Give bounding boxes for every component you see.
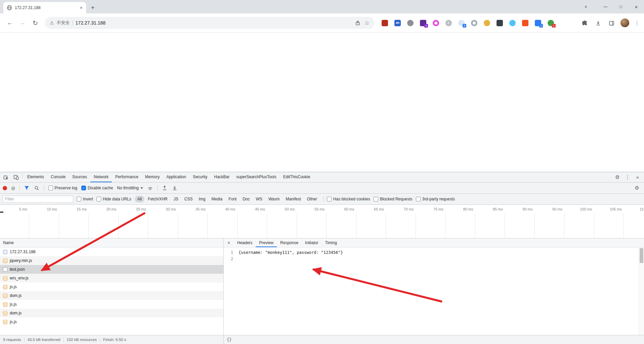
extension-gray-link-icon[interactable] bbox=[470, 18, 478, 27]
disable-cache-toggle[interactable]: ✓ Disable cache bbox=[81, 186, 113, 190]
window-close-button[interactable]: × bbox=[629, 0, 644, 13]
devtools-tab-network[interactable]: Network bbox=[90, 172, 112, 182]
filter-type-fetch-xhr[interactable]: Fetch/XHR bbox=[145, 196, 170, 202]
search-icon[interactable] bbox=[34, 185, 40, 191]
detail-scrollbar[interactable] bbox=[639, 247, 644, 335]
window-maximize-button[interactable]: □ bbox=[613, 0, 629, 13]
request-row[interactable]: dom.js bbox=[0, 309, 223, 317]
extension-dark-hat-icon[interactable] bbox=[495, 18, 504, 27]
downloads-icon[interactable] bbox=[594, 18, 602, 27]
extension-bee-icon[interactable] bbox=[482, 18, 491, 27]
extension-orange-tool-icon[interactable] bbox=[521, 18, 529, 27]
blocked-requests-toggle[interactable]: Blocked Requests bbox=[374, 197, 413, 201]
filter-type-doc[interactable]: Doc bbox=[240, 196, 252, 202]
request-row[interactable]: test.json bbox=[0, 265, 223, 274]
filter-input[interactable] bbox=[3, 196, 73, 203]
back-button[interactable]: ← bbox=[4, 17, 15, 29]
network-settings-gear-icon[interactable]: ⚙ bbox=[633, 184, 641, 192]
profile-avatar[interactable] bbox=[620, 18, 629, 27]
scrollbar-thumb[interactable] bbox=[640, 248, 643, 263]
forward-button[interactable]: → bbox=[17, 17, 28, 29]
bookmark-star-icon[interactable]: ☆ bbox=[364, 20, 370, 27]
devtools-tab-sources[interactable]: Sources bbox=[69, 172, 90, 182]
extension-gray-globe-icon[interactable] bbox=[406, 18, 415, 27]
filter-type-ws[interactable]: WS bbox=[253, 196, 265, 202]
not-secure-warning-icon[interactable]: ⚠ bbox=[50, 20, 54, 26]
devtools-tab-editthiscookie[interactable]: EditThisCookie bbox=[280, 172, 314, 182]
has-blocked-cookies-checkbox[interactable] bbox=[327, 197, 332, 201]
detail-tab-preview[interactable]: Preview bbox=[256, 238, 277, 247]
request-row[interactable]: dom.js bbox=[0, 291, 223, 300]
share-icon[interactable] bbox=[354, 19, 362, 27]
invert-toggle[interactable]: Invert bbox=[77, 197, 93, 201]
detail-tab-timing[interactable]: Timing bbox=[321, 238, 340, 247]
filter-type-font[interactable]: Font bbox=[226, 196, 239, 202]
extension-magenta-ring-icon[interactable] bbox=[431, 18, 440, 27]
browser-tab[interactable]: 172.27.31.188 × bbox=[3, 2, 86, 13]
network-timeline-ruler[interactable]: 5 ms10 ms15 ms20 ms25 ms30 ms35 ms40 ms4… bbox=[0, 205, 644, 238]
request-row[interactable]: 172.27.31.188 bbox=[0, 247, 223, 256]
url-text[interactable]: 172.27.31.188 bbox=[76, 20, 351, 26]
name-column-header[interactable]: Name bbox=[0, 238, 223, 247]
inspect-element-icon[interactable] bbox=[1, 173, 11, 182]
hide-data-urls-toggle[interactable]: Hide data URLs bbox=[96, 197, 131, 201]
devtools-tab-console[interactable]: Console bbox=[47, 172, 69, 182]
window-minimize-button[interactable]: — bbox=[598, 0, 613, 13]
devtools-tab-performance[interactable]: Performance bbox=[112, 172, 142, 182]
devtools-tab-hackbar[interactable]: HackBar bbox=[211, 172, 233, 182]
address-bar[interactable]: ⚠ 不安全 172.27.31.188 ☆ bbox=[45, 17, 374, 29]
detail-tab-response[interactable]: Response bbox=[277, 238, 302, 247]
filter-type-wasm[interactable]: Wasm bbox=[266, 196, 283, 202]
extension-red-tool-icon[interactable] bbox=[380, 18, 389, 27]
detail-tab-initiator[interactable]: Initiator bbox=[302, 238, 321, 247]
filter-funnel-icon[interactable] bbox=[24, 185, 30, 191]
filter-type-other[interactable]: Other bbox=[304, 196, 320, 202]
request-row[interactable]: js.js bbox=[0, 317, 223, 326]
request-row[interactable]: js.js bbox=[0, 300, 223, 309]
devtools-settings-gear-icon[interactable]: ⚙ bbox=[613, 173, 622, 182]
devtools-tab-security[interactable]: Security bbox=[189, 172, 211, 182]
request-row[interactable]: js.js bbox=[0, 282, 223, 291]
extensions-puzzle-icon[interactable] bbox=[580, 18, 589, 27]
throttling-select[interactable]: No throttling bbox=[117, 186, 143, 190]
device-toolbar-icon[interactable] bbox=[11, 173, 21, 182]
extension-jh-icon[interactable]: JH bbox=[393, 18, 402, 27]
code-line[interactable] bbox=[239, 256, 644, 262]
devtools-tab-supersearchplustools[interactable]: superSearchPlusTools bbox=[233, 172, 280, 182]
export-har-icon[interactable] bbox=[172, 185, 178, 191]
extension-colorful-badge-1-icon[interactable]: 1 bbox=[546, 18, 555, 27]
filter-type-manifest[interactable]: Manifest bbox=[283, 196, 303, 202]
network-conditions-icon[interactable] bbox=[147, 185, 153, 191]
tab-search-chevron-icon[interactable]: ∨ bbox=[580, 0, 592, 13]
third-party-requests-checkbox[interactable] bbox=[416, 197, 421, 201]
filter-type-js[interactable]: JS bbox=[171, 196, 181, 202]
code-line[interactable]: {username: "monkey111", password: "12345… bbox=[239, 250, 644, 256]
filter-type-img[interactable]: Img bbox=[196, 196, 208, 202]
extension-hourglass-icon[interactable] bbox=[508, 18, 517, 27]
devtools-tab-application[interactable]: Application bbox=[163, 172, 189, 182]
format-braces-button[interactable]: {} bbox=[227, 337, 231, 342]
request-row[interactable]: wrs_env.js bbox=[0, 274, 223, 282]
third-party-requests-toggle[interactable]: 3rd-party requests bbox=[416, 197, 455, 201]
import-har-icon[interactable] bbox=[162, 185, 168, 191]
extension-blue-flag-1-icon[interactable]: 1 bbox=[533, 18, 542, 27]
extension-gray-a-icon[interactable]: A bbox=[444, 18, 453, 27]
invert-checkbox[interactable] bbox=[77, 197, 81, 201]
record-network-log-button[interactable] bbox=[3, 186, 7, 190]
devtools-menu-kebab-icon[interactable]: ⋮ bbox=[623, 173, 632, 182]
close-detail-icon[interactable]: × bbox=[224, 238, 234, 247]
reload-button[interactable]: ↻ bbox=[30, 17, 41, 29]
devtools-tab-elements[interactable]: Elements bbox=[24, 172, 47, 182]
extension-purple-shield-icon[interactable]: 4 bbox=[419, 18, 427, 27]
tab-close-icon[interactable]: × bbox=[80, 5, 83, 10]
devtools-close-icon[interactable]: × bbox=[633, 173, 642, 182]
filter-type-media[interactable]: Media bbox=[209, 196, 225, 202]
browser-menu-kebab-icon[interactable]: ⋮ bbox=[634, 20, 640, 26]
has-blocked-cookies-toggle[interactable]: Has blocked cookies bbox=[327, 197, 370, 201]
clear-network-log-icon[interactable]: ⊘ bbox=[11, 186, 15, 191]
devtools-tab-memory[interactable]: Memory bbox=[142, 172, 163, 182]
filter-type-css[interactable]: CSS bbox=[182, 196, 196, 202]
blocked-requests-checkbox[interactable] bbox=[374, 197, 378, 201]
disable-cache-checkbox[interactable]: ✓ bbox=[81, 186, 86, 190]
hide-data-urls-checkbox[interactable] bbox=[96, 197, 101, 201]
